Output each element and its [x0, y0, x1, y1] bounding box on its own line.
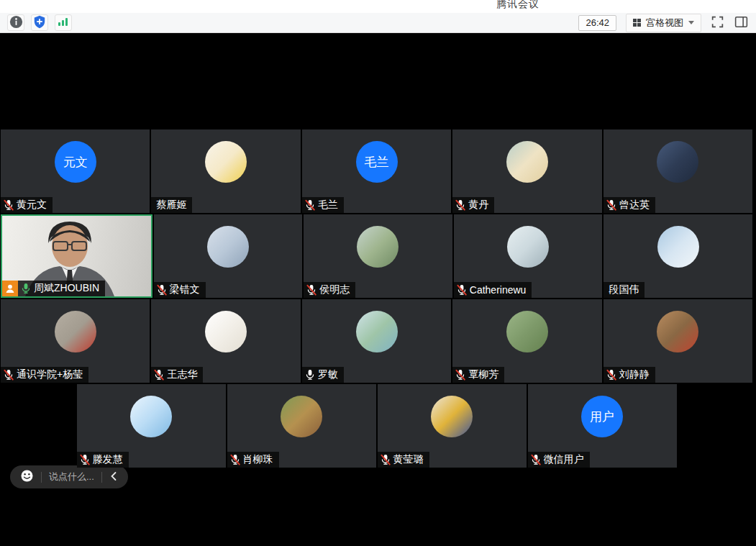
participant-name-bar: 王志华 [151, 367, 203, 383]
horse-beach-avatar [207, 226, 249, 268]
grid-row: 通识学院+杨莹王志华罗敏覃柳芳刘静静 [1, 299, 752, 383]
participant-tile[interactable]: 用户微信用户 [528, 384, 677, 468]
participant-grid: 元文黄元文蔡雁姬毛兰毛兰黄丹曾达英周斌ZHOUBIN梁错文侯明志Catherin… [1, 129, 752, 468]
name-label-background: 王志华 [151, 367, 203, 383]
emoji-button[interactable] [20, 469, 34, 485]
flower-illustration-avatar [657, 311, 698, 352]
meeting-timer: 26:42 [578, 15, 616, 31]
initials-avatar: 元文 [55, 141, 96, 183]
name-label-background: 罗敏 [302, 367, 344, 383]
chat-message-input[interactable]: 说点什么... [49, 470, 94, 483]
lake-hills-avatar [356, 311, 398, 352]
name-label-background: 刘静静 [604, 367, 655, 383]
toolbar-left-group [7, 14, 72, 31]
participant-name: 毛兰 [318, 199, 338, 211]
name-label-background: 肖柳珠 [227, 452, 279, 468]
meeting-info-button[interactable] [7, 14, 24, 31]
participant-name: Catherinewu [470, 284, 527, 296]
mic-muted-icon [530, 454, 542, 465]
layout-view-button[interactable]: 宫格视图 [626, 14, 701, 32]
participant-name-bar: 肖柳珠 [227, 452, 279, 468]
initials-avatar: 用户 [581, 396, 623, 437]
participant-tile[interactable]: 毛兰毛兰 [302, 129, 451, 213]
participant-name: 黄元文 [17, 199, 47, 211]
chat-collapse-button[interactable] [109, 471, 118, 483]
name-label-background: 黄丹 [452, 197, 494, 213]
participant-name: 周斌ZHOUBIN [34, 282, 99, 295]
participant-tile[interactable]: 黄丹 [452, 129, 601, 213]
participant-name-bar: 黄元文 [1, 197, 53, 213]
fullscreen-button[interactable] [711, 15, 724, 31]
name-label-background: 周斌ZHOUBIN [18, 281, 105, 296]
name-label-background: 毛兰 [302, 197, 344, 213]
video-stage: 元文黄元文蔡雁姬毛兰毛兰黄丹曾达英周斌ZHOUBIN梁错文侯明志Catherin… [0, 33, 756, 546]
side-panel-toggle-button[interactable] [734, 15, 749, 31]
mic-on-icon [304, 369, 316, 381]
participant-tile[interactable]: 曾达英 [604, 129, 752, 213]
mic-muted-icon [455, 369, 466, 381]
participant-name: 滕发慧 [93, 453, 123, 466]
participant-name-bar: 侯明志 [304, 282, 355, 298]
name-label-background: 段国伟 [604, 282, 645, 298]
participant-tile[interactable]: 通识学院+杨莹 [1, 299, 150, 383]
participant-name: 肖柳珠 [243, 453, 273, 466]
mic-muted-icon [606, 199, 617, 211]
participant-name: 蔡雁姬 [156, 199, 186, 211]
cartoon-boy-avatar [205, 311, 247, 352]
mic-muted-icon [304, 199, 316, 211]
hamster-avatar [506, 141, 548, 183]
participant-name: 侯明志 [319, 283, 350, 296]
participant-name: 微信用户 [544, 453, 584, 466]
participant-name-bar: 梁错文 [154, 282, 206, 298]
name-label-background: 蔡雁姬 [151, 197, 192, 213]
network-signal-icon [58, 17, 69, 29]
participant-tile[interactable]: 侯明志 [304, 214, 452, 298]
network-quality-button[interactable] [55, 14, 72, 31]
mic-muted-icon [79, 454, 91, 465]
participant-name: 覃柳芳 [468, 368, 498, 381]
grid-view-icon [633, 19, 641, 27]
participant-tile[interactable]: 蔡雁姬 [151, 129, 300, 213]
initials-avatar: 毛兰 [356, 141, 398, 183]
participant-tile[interactable]: 元文黄元文 [1, 129, 150, 213]
participant-name-bar: 黄丹 [452, 197, 494, 213]
participant-tile[interactable]: 覃柳芳 [452, 299, 601, 383]
participant-tile[interactable]: 周斌ZHOUBIN [1, 214, 152, 298]
meeting-toolbar: 26:42 宫格视图 [0, 13, 756, 33]
name-label-background: 曾达英 [604, 197, 655, 213]
participant-name: 通识学院+杨莹 [17, 368, 83, 381]
participant-tile[interactable]: 刘静静 [604, 299, 752, 383]
name-label-background: 黄元文 [1, 197, 53, 213]
chat-input-bar[interactable]: 说点什么... [10, 465, 128, 488]
tencent-meeting-window: 腾讯会议 26:42 宫格视图 [0, 0, 756, 546]
grass-portrait-avatar [506, 311, 548, 352]
name-label-background: 黄莹璐 [378, 452, 429, 468]
participant-name: 曾达英 [619, 199, 650, 211]
member-list-badge-icon [2, 281, 18, 296]
layout-view-label: 宫格视图 [646, 17, 683, 29]
participant-tile[interactable]: 黄莹璐 [378, 384, 527, 468]
security-shield-icon [33, 15, 46, 31]
participant-tile[interactable]: 滕发慧 [77, 384, 226, 468]
mic-muted-icon [153, 369, 165, 381]
mountain-field-avatar [357, 226, 399, 268]
participant-tile[interactable]: 罗敏 [302, 299, 451, 383]
participant-name: 段国伟 [609, 283, 639, 296]
chevron-left-icon [109, 471, 118, 483]
participant-name-bar: 微信用户 [528, 452, 590, 468]
security-shield-button[interactable] [31, 14, 48, 31]
participant-tile[interactable]: 王志华 [151, 299, 300, 383]
window-titlebar: 腾讯会议 [0, 0, 756, 13]
participant-name-bar: Catherinewu [454, 282, 532, 298]
name-label-background: 滕发慧 [77, 452, 129, 468]
participant-name: 刘静静 [619, 368, 650, 381]
portrait-avatar [507, 226, 549, 268]
mic-muted-icon [156, 284, 168, 296]
participant-tile[interactable]: 肖柳珠 [227, 384, 376, 468]
participant-tile[interactable]: 梁错文 [154, 214, 303, 298]
participant-tile[interactable]: Catherinewu [454, 214, 603, 298]
participant-tile[interactable]: 段国伟 [604, 214, 752, 298]
mic-muted-icon [306, 284, 317, 296]
participant-name: 罗敏 [318, 368, 338, 381]
name-label-background: 微信用户 [528, 452, 590, 468]
